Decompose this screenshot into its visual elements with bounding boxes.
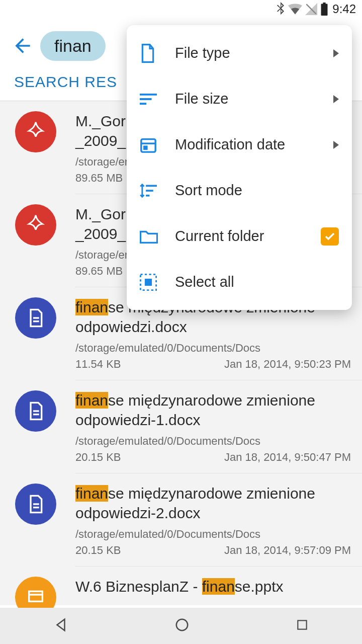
file-size: 20.15 KB xyxy=(75,451,121,464)
svg-rect-20 xyxy=(145,278,152,285)
search-query-text: finan xyxy=(54,36,92,55)
checkbox-checked-icon[interactable] xyxy=(321,227,339,246)
sort-mode-icon xyxy=(140,183,157,198)
nav-home-button[interactable] xyxy=(174,617,190,634)
menu-sort-mode[interactable]: Sort mode xyxy=(127,168,352,213)
circle-icon xyxy=(174,617,190,632)
menu-current-folder[interactable]: Current folder xyxy=(127,213,352,259)
result-row[interactable]: finanse międzynarodowe zmienione odpowie… xyxy=(0,473,362,567)
svg-rect-14 xyxy=(141,139,155,152)
file-title: finanse międzynarodowe zmienione odpowie… xyxy=(75,390,351,430)
svg-rect-9 xyxy=(29,591,43,601)
wifi-icon xyxy=(288,4,302,15)
menu-modification-date[interactable]: Modification date xyxy=(127,122,352,168)
chevron-right-icon xyxy=(333,141,339,149)
calendar-icon xyxy=(140,136,157,153)
doc-icon xyxy=(15,297,56,339)
file-icon xyxy=(140,44,156,63)
menu-select-all[interactable]: Select all xyxy=(127,259,352,305)
bluetooth-icon xyxy=(276,2,285,16)
file-title: finanse międzynarodowe zmienione odpowie… xyxy=(75,484,351,523)
svg-rect-16 xyxy=(143,145,148,150)
filter-menu: File type File size Modification date So… xyxy=(127,25,352,310)
status-icons xyxy=(276,2,328,16)
file-path: /storage/emulated/0/Documents/Docs xyxy=(75,435,351,448)
select-all-icon xyxy=(140,274,157,291)
result-row[interactable]: finanse międzynarodowe zmienione odpowie… xyxy=(0,380,362,473)
pdf-icon xyxy=(15,204,56,246)
file-size: 89.65 MB xyxy=(75,172,123,185)
square-icon xyxy=(296,618,309,631)
search-input[interactable]: finan xyxy=(40,31,106,61)
sort-icon xyxy=(140,93,157,106)
signal-icon xyxy=(305,3,317,15)
file-date: Jan 18, 2014, 9:50:23 PM xyxy=(224,358,351,371)
file-date: Jan 18, 2014, 9:57:09 PM xyxy=(224,544,351,557)
pdf-icon xyxy=(15,111,56,152)
triangle-icon xyxy=(53,617,68,632)
status-clock: 9:42 xyxy=(332,2,356,16)
system-nav-bar xyxy=(0,608,362,644)
file-size: 11.54 KB xyxy=(75,358,121,371)
svg-rect-1 xyxy=(321,4,328,16)
file-size: 89.65 MB xyxy=(75,265,123,278)
file-size: 20.15 KB xyxy=(75,544,121,557)
nav-back-button[interactable] xyxy=(53,617,68,634)
chevron-right-icon xyxy=(333,95,339,103)
status-bar: 9:42 xyxy=(0,0,362,18)
back-button[interactable] xyxy=(5,35,40,57)
file-path: /storage/emulated/0/Documents/Docs xyxy=(75,342,351,355)
svg-rect-23 xyxy=(298,620,307,629)
doc-icon xyxy=(15,390,56,432)
svg-point-22 xyxy=(176,619,188,631)
menu-file-type[interactable]: File type xyxy=(127,30,352,76)
battery-icon xyxy=(320,3,328,16)
result-row[interactable]: W.6 BiznesplanZ - finanse.pptx xyxy=(0,567,362,605)
svg-rect-2 xyxy=(323,3,326,4)
nav-recent-button[interactable] xyxy=(296,618,309,633)
doc-icon xyxy=(15,484,56,525)
file-title: W.6 BiznesplanZ - finanse.pptx xyxy=(75,577,351,596)
chevron-right-icon xyxy=(333,49,339,57)
file-path: /storage/emulated/0/Documents/Docs xyxy=(75,528,351,541)
menu-file-size[interactable]: File size xyxy=(127,76,352,122)
file-date: Jan 18, 2014, 9:50:47 PM xyxy=(224,451,351,464)
folder-icon xyxy=(140,229,158,244)
arrow-left-icon xyxy=(12,35,34,57)
